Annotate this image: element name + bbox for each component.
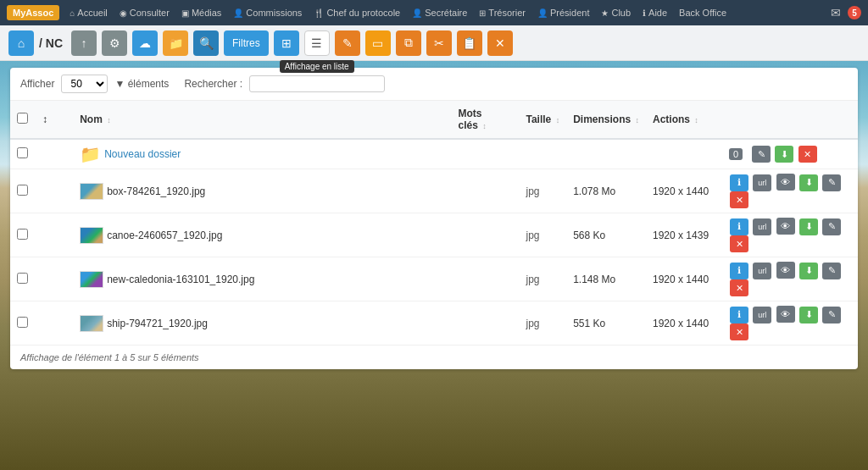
row-actions: ℹ url 👁 ⬇ ✎ ✕ <box>722 213 858 257</box>
search-button[interactable]: 🔍 <box>193 30 219 56</box>
file-thumbnail <box>80 227 103 244</box>
folder-download-button[interactable]: ⬇ <box>775 146 793 163</box>
file-name[interactable]: ship-794721_1920.jpg <box>107 318 208 329</box>
folder-edit-button[interactable]: ✎ <box>752 146 771 163</box>
url-button[interactable]: url <box>753 174 771 191</box>
paste-button[interactable]: 📋 <box>457 30 482 56</box>
preview-button[interactable]: 👁 <box>776 262 795 279</box>
search-input[interactable] <box>249 75 385 92</box>
cut-button[interactable]: ✂ <box>426 30 452 56</box>
url-button[interactable]: url <box>753 263 771 279</box>
row-checkbox[interactable] <box>10 213 36 257</box>
row-dimensions: 1920 x 1440 <box>646 257 722 301</box>
show-label: Afficher <box>20 78 54 90</box>
info-button[interactable]: ℹ <box>730 307 748 323</box>
nav-aide[interactable]: ℹ Aide <box>637 5 672 20</box>
delete-button[interactable]: ✕ <box>730 279 748 296</box>
secretaire-icon: 👤 <box>412 8 422 18</box>
hierarchy-button[interactable]: ⚙ <box>102 30 127 56</box>
delete-button[interactable]: ✕ <box>730 323 748 340</box>
row-name: 📁 Nouveau dossier <box>73 139 451 169</box>
folder-button[interactable]: 📁 <box>163 30 188 56</box>
file-thumbnail <box>80 183 103 200</box>
download-button[interactable]: ⬇ <box>799 263 818 279</box>
edit-button[interactable]: ✎ <box>822 307 841 323</box>
url-button[interactable]: url <box>753 218 771 235</box>
upload-button[interactable]: ↑ <box>71 30 97 56</box>
list-view-button[interactable]: ☰ Affichage en liste <box>304 30 330 56</box>
keywords-label: Motsclés <box>459 108 482 131</box>
row-select-checkbox[interactable] <box>17 273 28 284</box>
filters-button[interactable]: Filtres <box>224 30 269 56</box>
th-dimensions[interactable]: Actions ↕ <box>646 101 722 139</box>
edit-button[interactable]: ✎ <box>822 218 841 235</box>
main-content: Afficher 50 25 100 ▼ éléments Rechercher… <box>0 61 868 376</box>
nav-president[interactable]: 👤 Président <box>532 5 594 20</box>
file-name[interactable]: new-caledonia-163101_1920.jpg <box>107 274 254 285</box>
preview-button[interactable]: 👁 <box>776 218 795 235</box>
delete-button[interactable]: ✕ <box>487 30 513 56</box>
download-button[interactable]: ⬇ <box>799 174 818 191</box>
edit-button[interactable]: ✎ <box>822 174 841 191</box>
info-button[interactable]: ℹ <box>730 218 748 235</box>
delete-button[interactable]: ✕ <box>730 191 748 208</box>
th-keywords[interactable]: Motsclés ↕ <box>452 101 520 139</box>
select-all-checkbox[interactable] <box>17 113 28 124</box>
nav-commissions[interactable]: 👤 Commissions <box>228 5 307 20</box>
edit-multi-button[interactable]: ✎ <box>335 30 360 56</box>
th-type[interactable]: Taille ↕ <box>520 101 567 139</box>
row-keywords <box>452 139 520 169</box>
row-select-checkbox[interactable] <box>17 229 28 240</box>
row-checkbox[interactable] <box>10 169 36 213</box>
nav-accueil[interactable]: ⌂ Accueil <box>64 5 113 20</box>
navbar: MyAssoc ⌂ Accueil ◉ Consulter ▣ Médias 👤… <box>0 0 868 25</box>
brand-logo[interactable]: MyAssoc <box>7 5 59 20</box>
copy-link-button[interactable]: ⧉ <box>396 30 421 56</box>
nav-backoffice[interactable]: Back Office <box>674 5 732 20</box>
nav-chef-protocole[interactable]: 🍴 Chef du protocole <box>309 5 405 20</box>
cloud-upload-button[interactable]: ☁ <box>132 30 158 56</box>
file-name[interactable]: canoe-2460657_1920.jpg <box>107 229 222 241</box>
row-sort <box>36 139 73 169</box>
consulter-icon: ◉ <box>120 8 127 18</box>
row-checkbox[interactable] <box>10 301 36 346</box>
nav-secretaire[interactable]: 👤 Secrétaire <box>407 5 472 20</box>
edit-button[interactable]: ✎ <box>822 263 841 279</box>
home-button[interactable]: ⌂ <box>8 30 34 56</box>
info-button[interactable]: ℹ <box>730 174 748 191</box>
file-thumbnail <box>80 315 103 332</box>
nav-club[interactable]: ★ Club <box>596 5 636 20</box>
row-actions: 0 ✎ ⬇ ✕ <box>722 139 858 169</box>
row-checkbox[interactable] <box>10 257 36 301</box>
folder-name[interactable]: Nouveau dossier <box>104 148 181 160</box>
th-name[interactable]: Nom ↕ <box>73 101 451 139</box>
url-button[interactable]: url <box>753 307 771 323</box>
content-box: Afficher 50 25 100 ▼ éléments Rechercher… <box>10 68 858 369</box>
notification-badge[interactable]: 5 <box>848 6 861 19</box>
download-button[interactable]: ⬇ <box>799 307 818 323</box>
nav-consulter[interactable]: ◉ Consulter <box>114 5 175 20</box>
preview-button[interactable]: 👁 <box>776 174 795 191</box>
row-dimensions: 1920 x 1439 <box>646 213 722 257</box>
row-name: new-caledonia-163101_1920.jpg <box>73 257 451 301</box>
delete-button[interactable]: ✕ <box>730 235 748 252</box>
file-name[interactable]: box-784261_1920.jpg <box>107 185 205 197</box>
th-size[interactable]: Dimensions ↕ <box>566 101 646 139</box>
envelope-icon[interactable]: ✉ <box>831 6 841 19</box>
info-button[interactable]: ℹ <box>730 263 748 279</box>
download-button[interactable]: ⬇ <box>799 218 818 235</box>
row-select-checkbox[interactable] <box>17 317 28 328</box>
frame-button[interactable]: ▭ <box>365 30 391 56</box>
file-thumbnail <box>80 271 103 288</box>
row-select-checkbox[interactable] <box>17 147 28 158</box>
grid-view-button[interactable]: ⊞ <box>274 30 299 56</box>
nav-medias[interactable]: ▣ Médias <box>176 5 226 20</box>
type-sort-icon: ↕ <box>556 116 560 124</box>
items-per-page-select[interactable]: 50 25 100 <box>61 75 108 93</box>
nav-tresorier[interactable]: ⊞ Trésorier <box>474 5 531 20</box>
aide-icon: ℹ <box>643 8 646 18</box>
row-checkbox[interactable] <box>10 139 36 169</box>
folder-delete-button[interactable]: ✕ <box>798 146 817 163</box>
preview-button[interactable]: 👁 <box>776 306 795 323</box>
row-select-checkbox[interactable] <box>17 185 28 196</box>
